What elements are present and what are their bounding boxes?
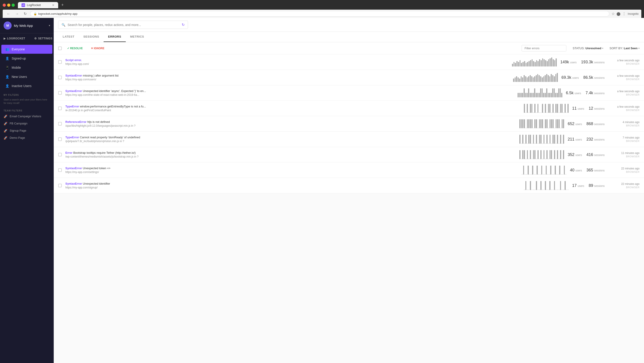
error-checkbox-2[interactable] — [58, 91, 62, 95]
select-all-checkbox[interactable] — [58, 46, 62, 50]
tab-metrics[interactable]: METRICS — [126, 32, 148, 42]
sidebar-item-new-users[interactable]: 👤 New Users — [1, 72, 52, 81]
error-meta: a few seconds ago BROWSER — [608, 59, 640, 65]
chart-bar — [560, 104, 561, 113]
chart-bar — [554, 150, 555, 159]
chart-bar — [524, 143, 525, 144]
active-tab[interactable]: LR LogRocket ✕ — [18, 2, 58, 8]
sidebar-item-signed-up[interactable]: 👤 Signed-up — [1, 54, 52, 63]
error-time: a few seconds ago — [608, 105, 640, 108]
users-count: 11 — [572, 106, 577, 110]
error-checkbox-8[interactable] — [58, 184, 62, 187]
error-checkbox-5[interactable] — [58, 138, 62, 141]
tab-latest[interactable]: LATEST — [58, 32, 79, 42]
chart-bar — [534, 174, 535, 174]
users-stat: 6.5k users — [566, 91, 581, 95]
error-type: SyntaxError — [65, 89, 82, 93]
chart-bar — [534, 76, 535, 82]
chart-bar — [539, 119, 540, 128]
error-url: /e-201940.js in getFirstContentfulPaint — [65, 109, 520, 112]
error-meta: 22 minutes ago BROWSER — [608, 167, 640, 173]
back-button[interactable]: ← — [5, 12, 12, 16]
chart-bar — [534, 143, 536, 144]
search-input[interactable] — [68, 23, 180, 27]
chart-bar — [520, 93, 522, 97]
maximize-dot[interactable] — [12, 4, 15, 7]
table-row[interactable]: SyntaxError Unexpected identifier https:… — [54, 178, 644, 193]
error-checkbox-6[interactable] — [58, 153, 62, 156]
chart-bar — [526, 63, 527, 66]
chart-bar — [530, 75, 531, 82]
table-row[interactable]: TypeError window.performance.getEntriesB… — [54, 101, 644, 116]
error-checkbox-0[interactable] — [58, 60, 62, 64]
chart-bar — [534, 150, 536, 159]
table-row[interactable]: Error Bootstrap tooltips require Tether … — [54, 147, 644, 162]
inactive-users-icon: 👤 — [5, 84, 10, 88]
sidebar-nav-settings[interactable]: ⚙ SETTINGS — [31, 35, 54, 42]
sidebar-nav-logrocket[interactable]: ▶ LOGROCKET — [0, 35, 29, 42]
sidebar-item-inactive-users-label: Inactive Users — [12, 84, 32, 88]
refresh-button[interactable]: ↻ — [22, 11, 28, 16]
chart-bar — [539, 159, 540, 159]
error-source: BROWSER — [608, 93, 640, 96]
tab-sessions[interactable]: SESSIONS — [79, 32, 104, 42]
table-row[interactable]: SyntaxError Unexpected identifier 'async… — [54, 85, 644, 101]
menu-button[interactable]: ⋮ — [622, 12, 626, 16]
users-count: 6.5k — [566, 91, 574, 95]
chart-bar — [548, 190, 549, 190]
sidebar-item-demo-page[interactable]: 🚀 Demo Page — [0, 134, 54, 142]
chart-bar — [532, 59, 533, 66]
status-chevron-icon: ▾ — [602, 47, 603, 50]
sidebar-item-everyone[interactable]: 👥 Everyone — [1, 45, 52, 54]
sidebar-header[interactable]: M My Web App ▾ — [0, 18, 54, 33]
chart-bar — [544, 150, 545, 159]
sort-select[interactable]: SORT BY: Last Seen ▾ — [610, 46, 640, 50]
extension-button[interactable]: ⬤ — [616, 12, 620, 16]
sidebar-item-email-campaign[interactable]: 🚀 Email Campaign Visitors — [0, 113, 54, 120]
filter-errors-input[interactable] — [522, 45, 566, 52]
error-chart — [519, 135, 564, 144]
refresh-icon[interactable]: ↻ — [182, 22, 184, 27]
search-bar[interactable]: 🔍 ↻ — [58, 20, 188, 29]
error-checkbox-1[interactable] — [58, 76, 62, 79]
table-row[interactable]: ReferenceError hljs is not defined /ajax… — [54, 116, 644, 132]
forward-button[interactable]: → — [14, 12, 20, 16]
table-row[interactable]: SyntaxError Unexpected token => https://… — [54, 162, 644, 178]
close-dot[interactable] — [3, 4, 6, 7]
ignore-button[interactable]: ✕ IGNORE — [88, 46, 107, 51]
sidebar-item-mobile[interactable]: 📱 Mobile — [1, 63, 52, 72]
error-title: SyntaxError Unexpected identifier 'async… — [65, 89, 514, 93]
chart-bar — [556, 174, 558, 174]
new-tab-button[interactable]: + — [60, 2, 66, 8]
tab-errors[interactable]: ERRORS — [104, 32, 126, 42]
sessions-label: sessions — [594, 184, 604, 188]
table-row[interactable]: Script error. https://my-app.com/ 149k u… — [54, 54, 644, 70]
sidebar-item-fb-campaign[interactable]: 🚀 FB Campaign — [0, 120, 54, 127]
error-checkbox-7[interactable] — [58, 168, 62, 172]
sidebar-item-inactive-users[interactable]: 👤 Inactive Users — [1, 82, 52, 90]
chart-bar — [536, 75, 537, 82]
table-row[interactable]: SyntaxError missing ) after argument lis… — [54, 70, 644, 85]
bookmark-button[interactable]: ☆ — [612, 12, 615, 16]
error-title: SyntaxError missing ) after argument lis… — [65, 74, 510, 77]
resolve-button[interactable]: ✓ RESOLVE — [64, 46, 86, 51]
chart-bar — [552, 174, 553, 174]
table-row[interactable]: TypeError Cannot read property 'domReady… — [54, 132, 644, 147]
error-info-7: SyntaxError Unexpected token => https://… — [65, 166, 518, 174]
status-select[interactable]: STATUS: Unresolved ▾ — [572, 46, 603, 50]
error-meta: a few seconds ago BROWSER — [608, 74, 640, 80]
chart-bar — [539, 190, 540, 190]
minimize-dot[interactable] — [7, 4, 10, 7]
url-input[interactable]: 🔒 logrocket.com/apphub/my-app — [30, 11, 609, 16]
error-checkbox-4[interactable] — [58, 122, 62, 126]
users-label: users — [575, 154, 582, 157]
chart-bar — [540, 135, 542, 144]
tab-close-button[interactable]: ✕ — [52, 3, 54, 7]
error-source: BROWSER — [608, 62, 640, 65]
sidebar-item-signup-page[interactable]: 🚀 Signup Page — [0, 127, 54, 134]
search-icon: 🔍 — [62, 23, 65, 27]
error-checkbox-3[interactable] — [58, 106, 62, 110]
error-chart — [524, 104, 568, 113]
error-message: Unexpected identifier — [83, 182, 110, 185]
chart-bar — [533, 190, 534, 190]
